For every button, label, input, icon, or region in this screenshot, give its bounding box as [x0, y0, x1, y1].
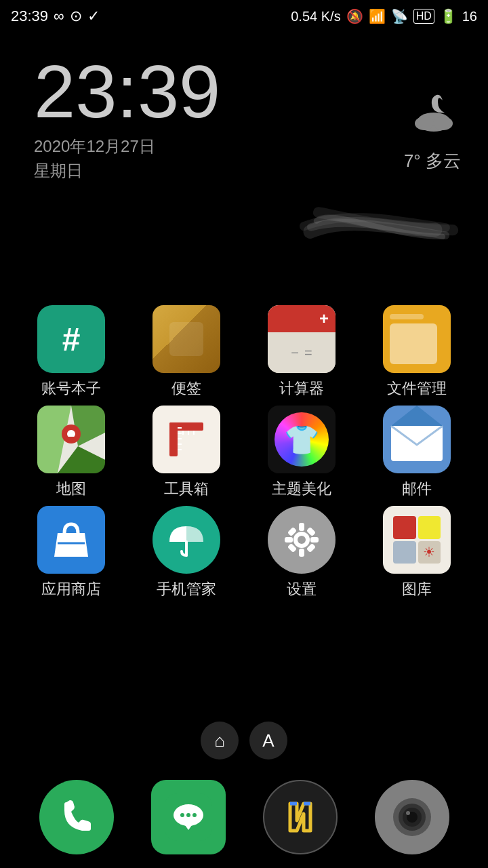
app-icon-mail: [383, 406, 451, 473]
dock-phone[interactable]: [39, 780, 114, 854]
app-grid: # 账号本子 便签 + − = 计算器: [0, 305, 488, 599]
nav-dots: ⌂ A: [0, 722, 488, 760]
svg-rect-29: [299, 549, 304, 557]
app-label-appstore: 应用商店: [41, 579, 101, 599]
svg-point-40: [186, 813, 190, 817]
svg-point-41: [192, 813, 197, 817]
app-label-bianjian: 便签: [171, 378, 201, 399]
app-icon-toolbox: [152, 406, 220, 473]
network-speed: 0.54 K/s: [291, 9, 340, 24]
signal-icon: 📡: [391, 8, 408, 24]
app-icon-guardian: [152, 506, 220, 574]
app-toolbox[interactable]: 工具箱: [139, 406, 234, 499]
home-nav-button[interactable]: ⌂: [201, 722, 239, 760]
status-time: 23:39: [11, 7, 48, 25]
app-themes[interactable]: 👕 主题美化: [254, 406, 349, 499]
svg-rect-28: [299, 523, 304, 531]
app-icon-files: [383, 305, 451, 373]
app-label-zhanghaobenz: 账号本子: [41, 378, 101, 399]
app-icon-themes: 👕: [268, 406, 336, 473]
app-label-mail: 邮件: [402, 479, 432, 499]
app-label-maps: 地图: [56, 479, 86, 499]
app-label-toolbox: 工具箱: [164, 479, 209, 499]
app-settings[interactable]: 设置: [254, 506, 349, 599]
status-bar: 23:39 ∞ ⊙ ✓ 0.54 K/s 🔕 📶 📡 HD 🔋 16: [0, 0, 488, 33]
wifi-icon: 📶: [369, 8, 386, 24]
battery-level: 16: [462, 9, 477, 24]
themes-shirt-icon: 👕: [284, 423, 319, 456]
svg-point-39: [180, 813, 184, 817]
app-icon-settings: [268, 506, 336, 574]
app-guardian[interactable]: 手机管家: [139, 506, 234, 599]
infinity-icon: ∞: [54, 7, 64, 25]
app-label-guardian: 手机管家: [157, 579, 216, 599]
gallery-block-1: [393, 516, 416, 539]
svg-rect-30: [285, 537, 293, 542]
app-icon-calculator: + − =: [268, 305, 336, 373]
app-icon-maps: [37, 406, 105, 473]
dock-message[interactable]: [151, 780, 226, 854]
svg-point-2: [434, 117, 453, 130]
app-label-themes: 主题美化: [272, 479, 331, 499]
app-appstore[interactable]: 应用商店: [24, 506, 119, 599]
app-files[interactable]: 文件管理: [369, 305, 464, 399]
app-maps[interactable]: 地图: [24, 406, 119, 499]
svg-point-27: [298, 536, 306, 544]
dock-camera[interactable]: [375, 780, 449, 854]
clock-time: 23:39: [34, 54, 220, 129]
app-icon-zhanghaobenz: #: [37, 305, 105, 373]
gallery-block-4: ☀: [418, 541, 441, 564]
svg-point-1: [415, 117, 434, 130]
weather-widget: 7° 多云: [404, 88, 461, 173]
svg-marker-42: [290, 804, 310, 831]
app-mail[interactable]: 邮件: [369, 406, 464, 499]
hd-icon: HD: [413, 9, 434, 24]
app-row-1: # 账号本子 便签 + − = 计算器: [14, 305, 474, 399]
clock-date: 2020年12月27日 星期日: [34, 134, 220, 183]
svg-rect-12: [169, 422, 203, 431]
app-icon-appstore: [37, 506, 105, 574]
svg-rect-31: [310, 537, 319, 542]
weather-icon: [404, 88, 461, 146]
sync-icon: ⊙: [70, 7, 82, 25]
svg-rect-3: [169, 322, 203, 356]
check-icon: ✓: [87, 7, 100, 25]
app-label-files: 文件管理: [387, 378, 447, 399]
svg-point-49: [406, 811, 410, 815]
app-row-2: 地图 工具箱: [14, 406, 474, 499]
app-label-gallery: 图库: [402, 579, 432, 599]
app-gallery[interactable]: ☀ 图库: [369, 506, 464, 599]
app-label-settings: 设置: [287, 579, 317, 599]
app-row-3: 应用商店 手机管家: [14, 506, 474, 599]
gallery-block-3: [393, 541, 416, 564]
dock: [0, 780, 488, 854]
dock-navi[interactable]: [263, 780, 338, 854]
mute-icon: 🔕: [346, 8, 363, 24]
battery-icon: 🔋: [440, 8, 457, 24]
brush-stroke: [285, 197, 474, 251]
app-calculator[interactable]: + − = 计算器: [254, 305, 349, 399]
app-label-calculator: 计算器: [279, 378, 324, 399]
clock-widget: 23:39 2020年12月27日 星期日: [34, 54, 220, 183]
app-zhanghaobenz[interactable]: # 账号本子: [24, 305, 119, 399]
weather-temp: 7° 多云: [404, 149, 461, 173]
apps-nav-button[interactable]: A: [249, 722, 287, 760]
app-icon-gallery: ☀: [383, 506, 451, 574]
gallery-block-2: [418, 516, 441, 539]
app-bianjian[interactable]: 便签: [139, 305, 234, 399]
app-icon-bianjian: [152, 305, 220, 373]
